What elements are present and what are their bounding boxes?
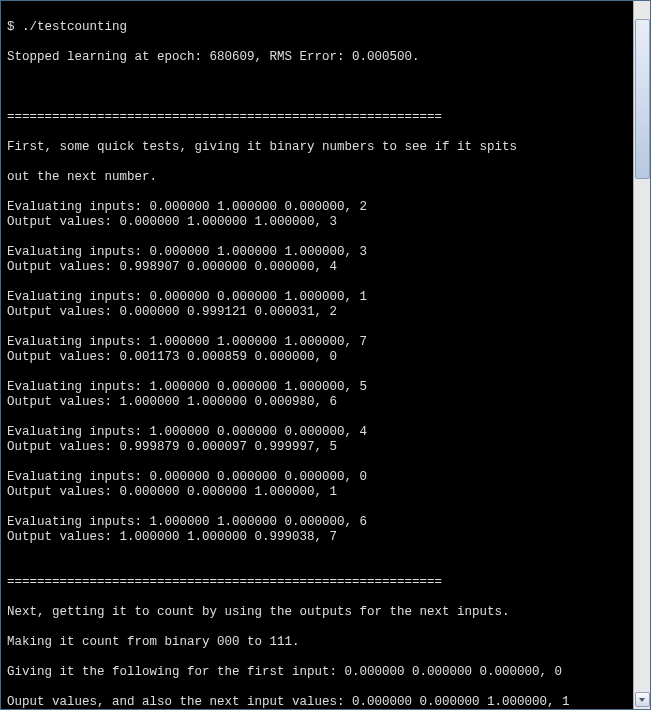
eval-line: Evaluating inputs: 1.000000 0.000000 1.0… bbox=[7, 380, 644, 395]
output-line: Output values: 1.000000 1.000000 0.00098… bbox=[7, 395, 644, 410]
eval-line: Evaluating inputs: 0.000000 1.000000 0.0… bbox=[7, 200, 644, 215]
separator: ========================================… bbox=[7, 575, 644, 590]
blank bbox=[7, 320, 644, 335]
prompt-line: $ ./testcounting bbox=[7, 20, 644, 35]
scroll-down-button[interactable] bbox=[635, 692, 650, 707]
stop-line: Stopped learning at epoch: 680609, RMS E… bbox=[7, 50, 644, 65]
blank bbox=[7, 410, 644, 425]
section1-intro1: First, some quick tests, giving it binar… bbox=[7, 140, 644, 155]
blank bbox=[7, 365, 644, 380]
blank bbox=[7, 230, 644, 245]
outputs-block: Ouput values, and also the next input va… bbox=[7, 695, 644, 710]
output-line: Output values: 0.000000 0.999121 0.00003… bbox=[7, 305, 644, 320]
eval-line: Evaluating inputs: 0.000000 0.000000 0.0… bbox=[7, 470, 644, 485]
section2-intro2: Making it count from binary 000 to 111. bbox=[7, 635, 644, 650]
vertical-scrollbar[interactable] bbox=[633, 1, 650, 709]
output-line: Output values: 0.000000 1.000000 1.00000… bbox=[7, 215, 644, 230]
output-line: Output values: 1.000000 1.000000 0.99903… bbox=[7, 530, 644, 545]
tests-block: Evaluating inputs: 0.000000 1.000000 0.0… bbox=[7, 200, 644, 560]
eval-line: Evaluating inputs: 1.000000 0.000000 0.0… bbox=[7, 425, 644, 440]
eval-line: Evaluating inputs: 0.000000 0.000000 1.0… bbox=[7, 290, 644, 305]
section2-intro1: Next, getting it to count by using the o… bbox=[7, 605, 644, 620]
eval-line: Evaluating inputs: 1.000000 1.000000 0.0… bbox=[7, 515, 644, 530]
eval-line: Evaluating inputs: 1.000000 1.000000 1.0… bbox=[7, 335, 644, 350]
blank bbox=[7, 455, 644, 470]
blank bbox=[7, 545, 644, 560]
output-line: Output values: 0.000000 0.000000 1.00000… bbox=[7, 485, 644, 500]
eval-line: Evaluating inputs: 0.000000 1.000000 1.0… bbox=[7, 245, 644, 260]
count-output-line: Ouput values, and also the next input va… bbox=[7, 695, 644, 710]
scroll-thumb[interactable] bbox=[635, 19, 650, 179]
blank bbox=[7, 80, 644, 95]
terminal-window: $ ./testcounting Stopped learning at epo… bbox=[0, 0, 651, 710]
blank bbox=[7, 500, 644, 515]
section1-intro2: out the next number. bbox=[7, 170, 644, 185]
output-line: Output values: 0.999879 0.000097 0.99999… bbox=[7, 440, 644, 455]
output-line: Output values: 0.998907 0.000000 0.00000… bbox=[7, 260, 644, 275]
blank bbox=[7, 275, 644, 290]
separator: ========================================… bbox=[7, 110, 644, 125]
giving-line: Giving it the following for the first in… bbox=[7, 665, 644, 680]
output-line: Output values: 0.001173 0.000859 0.00000… bbox=[7, 350, 644, 365]
